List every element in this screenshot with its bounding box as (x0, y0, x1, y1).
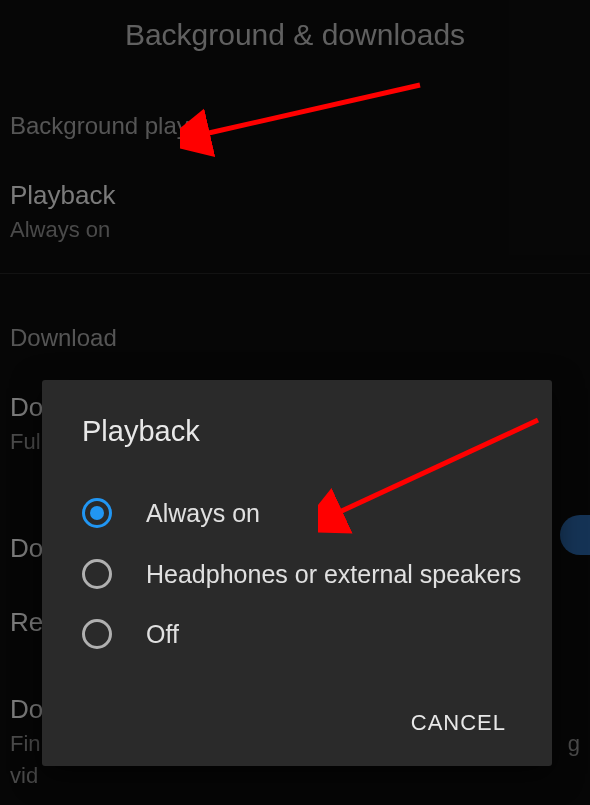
cancel-button[interactable]: CANCEL (395, 700, 522, 746)
playback-dialog: Playback Always on Headphones or externa… (42, 380, 552, 766)
radio-label: Always on (146, 497, 260, 530)
radio-option-always-on[interactable]: Always on (72, 483, 522, 544)
radio-option-off[interactable]: Off (72, 604, 522, 665)
radio-label: Headphones or external speakers (146, 558, 521, 591)
radio-icon (82, 498, 112, 528)
dialog-actions: CANCEL (72, 700, 522, 746)
radio-label: Off (146, 618, 179, 651)
radio-option-headphones[interactable]: Headphones or external speakers (72, 544, 522, 605)
dialog-title: Playback (72, 415, 522, 448)
radio-icon (82, 619, 112, 649)
radio-icon (82, 559, 112, 589)
